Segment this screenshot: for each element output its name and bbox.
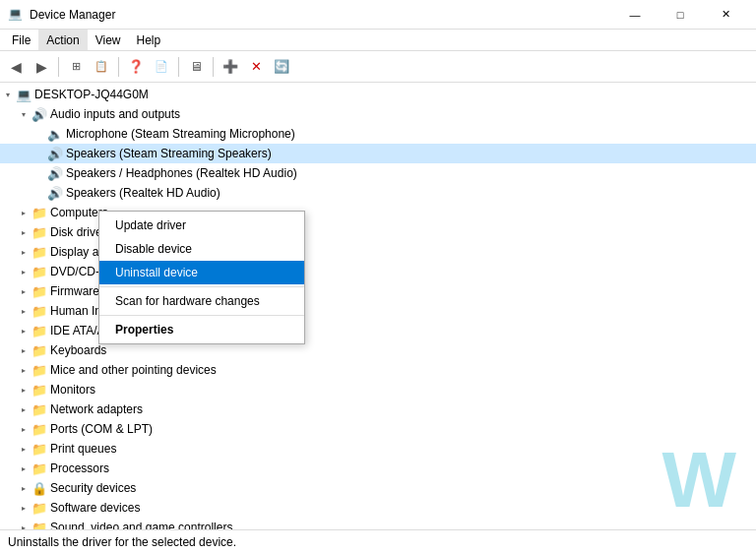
toolbar-forward[interactable]: ▶ (30, 55, 53, 79)
maximize-button[interactable]: □ (658, 0, 703, 30)
tree-item-label: Mice and other pointing devices (50, 363, 217, 377)
tree-icon-folder: 📁 (32, 461, 47, 476)
tree-toggle: ▸ (16, 382, 32, 398)
toolbar-add[interactable]: ➕ (219, 55, 242, 79)
tree-item-speaker2[interactable]: 🔊Speakers / Headphones (Realtek HD Audio… (0, 163, 756, 183)
tree-toggle: ▾ (0, 87, 16, 102)
toolbar-back[interactable]: ◀ (4, 55, 28, 79)
tree-icon-folder: 📁 (32, 342, 47, 358)
minimize-button[interactable]: — (612, 0, 658, 30)
tree-toggle (32, 185, 47, 201)
tree-icon-folder: 📁 (32, 500, 47, 516)
toolbar-doc[interactable]: 📄 (150, 55, 173, 79)
tree-toggle: ▸ (16, 303, 32, 319)
tree-toggle: ▸ (16, 441, 32, 457)
tree-item-print[interactable]: ▸📁Print queues (0, 439, 756, 459)
tree-item-label: Print queues (50, 442, 116, 456)
tree-item-root[interactable]: ▾💻DESKTOP-JQ44G0M (0, 85, 756, 104)
tree-icon-folder: 📁 (32, 323, 47, 338)
tree-icon-folder: 📁 (32, 264, 47, 279)
context-menu-item-disable-device[interactable]: Disable device (99, 237, 304, 261)
tree-item-label: Ports (COM & LPT) (50, 422, 153, 436)
tree-icon-folder: 📁 (32, 244, 47, 260)
toolbar-remove[interactable]: ✕ (244, 55, 268, 79)
close-button[interactable]: ✕ (703, 0, 748, 30)
toolbar-sep-2 (118, 57, 119, 77)
tree-icon-device: 🔈 (47, 126, 63, 142)
menu-view[interactable]: View (88, 30, 129, 50)
app-icon: 💻 (8, 7, 24, 23)
tree-item-label: Processors (50, 461, 109, 475)
tree-item-label: Security devices (50, 481, 136, 495)
tree-toggle: ▾ (16, 106, 32, 122)
tree-toggle: ▸ (16, 342, 32, 358)
tree-item-mice[interactable]: ▸📁Mice and other pointing devices (0, 360, 756, 380)
tree-icon-audio: 🔊 (32, 106, 47, 122)
tree-icon-folder: 📁 (32, 205, 47, 220)
tree-item-label: Keyboards (50, 343, 106, 357)
tree-icon-audio: 🔊 (47, 165, 63, 181)
context-menu-item-properties[interactable]: Properties (99, 318, 304, 341)
tree-toggle: ▸ (16, 264, 32, 279)
context-menu-item-scan-hardware[interactable]: Scan for hardware changes (99, 289, 304, 313)
tree-item-sound[interactable]: ▸📁Sound, video and game controllers (0, 518, 756, 529)
tree-toggle: ▸ (16, 283, 32, 299)
context-menu-item-update-driver[interactable]: Update driver (99, 214, 304, 237)
tree-toggle (32, 126, 47, 142)
context-menu: Update driverDisable deviceUninstall dev… (98, 211, 305, 344)
toolbar-update[interactable]: 📋 (90, 55, 113, 79)
toolbar-computer[interactable]: 🖥 (184, 55, 208, 79)
tree-item-label: DESKTOP-JQ44G0M (34, 88, 149, 101)
tree-item-mic[interactable]: 🔈Microphone (Steam Streaming Microphone) (0, 124, 756, 144)
status-text: Uninstalls the driver for the selected d… (8, 535, 236, 549)
toolbar: ◀ ▶ ⊞ 📋 ❓ 📄 🖥 ➕ ✕ 🔄 (0, 51, 756, 83)
tree-item-label: Speakers (Steam Streaming Speakers) (66, 147, 272, 160)
context-menu-item-uninstall-device[interactable]: Uninstall device (99, 261, 304, 284)
tree-icon-folder: 📁 (32, 283, 47, 299)
menu-action[interactable]: Action (38, 30, 87, 50)
tree-item-network[interactable]: ▸📁Network adapters (0, 399, 756, 419)
menu-help[interactable]: Help (129, 30, 169, 50)
tree-toggle: ▸ (16, 480, 32, 496)
tree-toggle: ▸ (16, 401, 32, 417)
tree-item-label: Sound, video and game controllers (50, 521, 232, 529)
tree-icon-folder: 📁 (32, 520, 47, 529)
tree-item-speaker3[interactable]: 🔊Speakers (Realtek HD Audio) (0, 183, 756, 203)
tree-toggle: ▸ (16, 205, 32, 220)
tree-icon-folder: 📁 (32, 382, 47, 398)
toolbar-sep-3 (178, 57, 179, 77)
tree-toggle: ▸ (16, 323, 32, 338)
menu-bar: File Action View Help (0, 30, 756, 51)
tree-item-software[interactable]: ▸📁Software devices (0, 498, 756, 518)
menu-file[interactable]: File (4, 30, 38, 50)
status-bar: Uninstalls the driver for the selected d… (0, 529, 756, 553)
tree-icon-folder: 📁 (32, 441, 47, 457)
tree-toggle (32, 165, 47, 181)
tree-item-label: Firmware (50, 284, 99, 298)
tree-icon-folder: 📁 (32, 362, 47, 378)
tree-icon-security: 🔒 (32, 480, 47, 496)
tree-item-speaker1[interactable]: 🔊Speakers (Steam Streaming Speakers) (0, 144, 756, 163)
tree-item-label: Audio inputs and outputs (50, 107, 180, 121)
tree-toggle: ▸ (16, 362, 32, 378)
tree-item-monitors[interactable]: ▸📁Monitors (0, 380, 756, 399)
toolbar-scan[interactable]: 🔄 (270, 55, 293, 79)
tree-item-audio[interactable]: ▾🔊Audio inputs and outputs (0, 104, 756, 124)
toolbar-help[interactable]: ❓ (124, 55, 148, 79)
tree-item-label: Software devices (50, 501, 140, 515)
context-menu-separator (99, 286, 304, 287)
tree-item-ports[interactable]: ▸📁Ports (COM & LPT) (0, 419, 756, 439)
tree-item-processors[interactable]: ▸📁Processors (0, 459, 756, 478)
tree-item-label: Network adapters (50, 402, 143, 416)
tree-toggle (32, 146, 47, 161)
tree-toggle: ▸ (16, 520, 32, 529)
tree-icon-folder: 📁 (32, 401, 47, 417)
tree-item-security[interactable]: ▸🔒Security devices (0, 478, 756, 498)
tree-toggle: ▸ (16, 461, 32, 476)
tree-toggle: ▸ (16, 244, 32, 260)
tree-item-label: Speakers (Realtek HD Audio) (66, 186, 220, 200)
toolbar-sep-1 (58, 57, 59, 77)
tree-icon-computer: 💻 (16, 87, 32, 102)
tree-icon-folder: 📁 (32, 224, 47, 240)
toolbar-properties[interactable]: ⊞ (64, 55, 88, 79)
